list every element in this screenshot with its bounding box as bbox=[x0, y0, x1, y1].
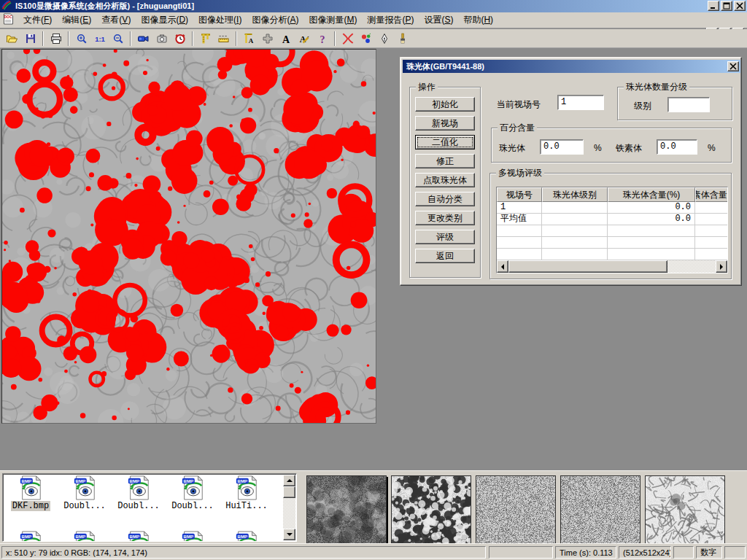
save-icon bbox=[25, 33, 36, 44]
ruler-measure-button[interactable] bbox=[214, 31, 233, 47]
window-titlebar: IS100显微摄像系统(金相分析版) - [zhuguangti01] bbox=[0, 0, 747, 12]
scrollbar-thumb[interactable] bbox=[283, 486, 295, 498]
menu-item-image-measure[interactable]: 图像测量(M) bbox=[303, 12, 362, 28]
bmp-file-icon bbox=[126, 475, 151, 500]
table-row[interactable]: 平均值0.0 bbox=[497, 214, 727, 225]
fill-tool-button[interactable] bbox=[393, 31, 411, 47]
label-measure-button[interactable]: A bbox=[240, 31, 258, 47]
save-button[interactable] bbox=[21, 31, 39, 47]
close-icon bbox=[729, 63, 737, 70]
toolbar-separator bbox=[334, 31, 336, 46]
grade-label: 级别 bbox=[634, 100, 651, 112]
thumbnail-5[interactable] bbox=[645, 475, 725, 544]
grade-group-label: 珠光体数量分级 bbox=[624, 82, 689, 92]
pen-tool-button[interactable] bbox=[375, 31, 393, 47]
minimize-icon bbox=[710, 2, 717, 9]
image-merge-button[interactable] bbox=[258, 31, 276, 47]
table-horizontal-scrollbar[interactable] bbox=[497, 260, 727, 273]
file-item[interactable] bbox=[112, 531, 165, 542]
percent-sign: % bbox=[594, 143, 602, 153]
scroll-down-button[interactable] bbox=[283, 529, 295, 540]
ferrite-percent-input[interactable]: 0.0 bbox=[657, 139, 697, 155]
text-tool-button[interactable]: A bbox=[276, 31, 295, 47]
caliper-measure-button[interactable] bbox=[196, 31, 214, 47]
file-item[interactable]: Doubl... bbox=[58, 475, 111, 511]
minimize-button[interactable] bbox=[708, 1, 719, 11]
new-field-button[interactable]: 新视场 bbox=[415, 116, 475, 131]
scroll-left-button[interactable] bbox=[497, 260, 508, 273]
zoom-out-button[interactable] bbox=[109, 31, 127, 47]
rate-button[interactable]: 评级 bbox=[415, 230, 475, 244]
percent-group: 百分含量 珠光体 0.0 % 铁素体 0.0 % bbox=[491, 128, 732, 163]
correct-button[interactable]: 修正 bbox=[415, 154, 475, 168]
ferrite-label: 铁素体 bbox=[616, 142, 642, 155]
menu-item-image-analysis[interactable]: 图像分析(A) bbox=[247, 12, 303, 28]
current-field-input[interactable]: 1 bbox=[557, 95, 604, 110]
timer-button[interactable] bbox=[171, 31, 189, 47]
return-button[interactable]: 返回 bbox=[415, 249, 475, 263]
svg-text:1:1: 1:1 bbox=[95, 34, 105, 42]
open-file-button[interactable] bbox=[3, 31, 21, 47]
actual-size-button[interactable]: 1:1 bbox=[90, 31, 109, 47]
file-item[interactable] bbox=[220, 531, 273, 542]
phase-marker-button[interactable] bbox=[357, 31, 375, 47]
help-icon: ? bbox=[317, 33, 328, 44]
thumbnail-4[interactable] bbox=[560, 475, 640, 544]
annotation-edit-button[interactable]: A bbox=[295, 31, 313, 47]
snapshot-button[interactable] bbox=[152, 31, 171, 47]
status-panel-empty bbox=[724, 546, 746, 559]
scroll-up-button[interactable] bbox=[283, 475, 295, 486]
initialize-button[interactable]: 初始化 bbox=[415, 97, 475, 112]
dialog-titlebar[interactable]: 珠光体(GB/T9441-88) bbox=[403, 60, 740, 73]
cell bbox=[542, 237, 608, 249]
pick-pearlite-button[interactable]: 点取珠光体 bbox=[415, 173, 475, 187]
menu-item-report[interactable]: 测量报告(P) bbox=[362, 12, 419, 28]
file-item[interactable]: Doubl... bbox=[112, 475, 165, 511]
bottom-panel: DKF.bmp Doubl... Doubl... Doubl... HuiTi… bbox=[0, 470, 747, 543]
window-title: IS100显微摄像系统(金相分析版) - [zhuguangti01] bbox=[15, 1, 194, 12]
menu-item-view[interactable]: 查看(V) bbox=[96, 12, 136, 28]
scrollbar-track[interactable] bbox=[667, 260, 716, 273]
dialog-close-button[interactable] bbox=[727, 61, 739, 71]
thumbnail-1[interactable] bbox=[306, 475, 387, 544]
letter-a-icon: A bbox=[280, 33, 292, 44]
menu-item-image-process[interactable]: 图像处理(I) bbox=[193, 12, 247, 28]
table-row[interactable]: 10.0 bbox=[497, 202, 727, 214]
grade-input[interactable] bbox=[667, 97, 710, 112]
menu-item-help[interactable]: 帮助(H) bbox=[458, 12, 498, 28]
pearlite-percent-input[interactable]: 0.0 bbox=[540, 139, 584, 155]
binarize-button[interactable]: 二值化 bbox=[415, 135, 475, 149]
curve-tool-button[interactable] bbox=[338, 31, 357, 47]
help-button[interactable]: ? bbox=[313, 31, 331, 47]
change-class-button[interactable]: 更改类别 bbox=[415, 211, 475, 225]
scrollbar-track[interactable] bbox=[283, 498, 295, 529]
file-item[interactable]: DKF.bmp bbox=[4, 475, 57, 511]
micrograph-image[interactable] bbox=[1, 49, 376, 424]
scroll-right-button[interactable] bbox=[716, 260, 727, 273]
file-item[interactable]: HuiTi... bbox=[220, 475, 273, 511]
cell bbox=[608, 237, 695, 249]
file-item[interactable]: Doubl... bbox=[166, 475, 219, 511]
menu-item-file[interactable]: 文件(F) bbox=[18, 12, 57, 28]
print-button[interactable] bbox=[47, 31, 65, 47]
menu-item-settings[interactable]: 设置(S) bbox=[419, 12, 458, 28]
thumbnail-2[interactable] bbox=[391, 475, 471, 544]
camera-icon bbox=[156, 33, 168, 44]
close-button[interactable] bbox=[734, 1, 746, 11]
brush-icon bbox=[398, 33, 408, 44]
document-icon[interactable]: DOC bbox=[3, 13, 14, 27]
file-item[interactable] bbox=[58, 531, 111, 542]
file-name: Doubl... bbox=[116, 501, 161, 511]
zoom-in-button[interactable] bbox=[72, 31, 90, 47]
scrollbar-thumb[interactable] bbox=[508, 260, 667, 273]
video-capture-button[interactable] bbox=[134, 31, 152, 47]
thumbnail-3[interactable] bbox=[476, 475, 556, 544]
menu-item-edit[interactable]: 编辑(E) bbox=[57, 12, 96, 28]
bmp-file-icon bbox=[18, 531, 43, 542]
auto-classify-button[interactable]: 自动分类 bbox=[415, 192, 475, 206]
file-item[interactable] bbox=[166, 531, 219, 542]
file-item[interactable] bbox=[4, 531, 57, 542]
menu-item-image-display[interactable]: 图像显示(D) bbox=[136, 12, 193, 28]
file-browser-scrollbar[interactable] bbox=[283, 475, 295, 540]
maximize-button[interactable] bbox=[721, 1, 732, 11]
